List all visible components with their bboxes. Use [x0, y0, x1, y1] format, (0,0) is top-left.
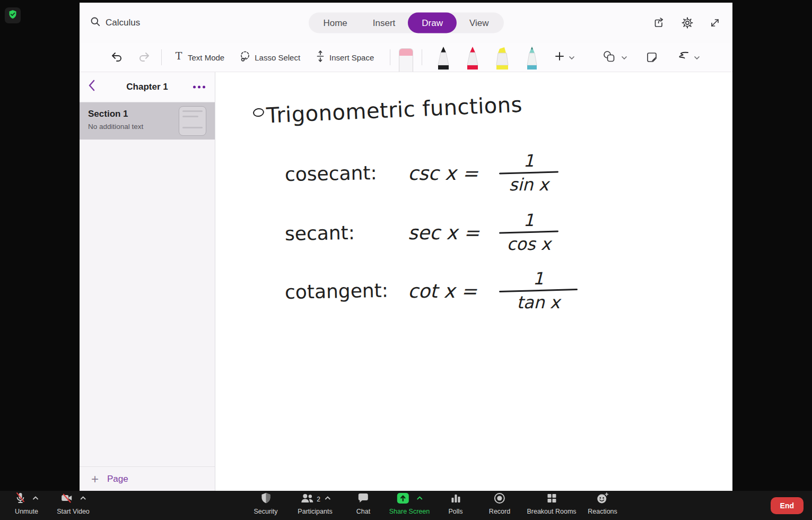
- participants-count-badge: 2: [317, 496, 320, 503]
- chevron-down-icon: [569, 53, 575, 62]
- participants-label: Participants: [298, 508, 332, 515]
- top-actions: [653, 3, 721, 43]
- share-screen-button[interactable]: Share Screen: [389, 493, 430, 515]
- add-page-button[interactable]: + Page: [80, 466, 215, 491]
- record-button[interactable]: Record: [489, 493, 510, 515]
- polls-label: Polls: [448, 508, 462, 515]
- fraction-numerator: 1: [523, 211, 534, 230]
- add-page-label: Page: [107, 474, 128, 484]
- section-list-item[interactable]: Section 1 No additional text: [80, 102, 215, 140]
- record-label: Record: [489, 508, 510, 515]
- polls-bar-chart-icon: [450, 493, 461, 506]
- breakout-rooms-button[interactable]: Breakout Rooms: [527, 493, 576, 515]
- end-meeting-button[interactable]: End: [771, 497, 804, 514]
- unmute-button[interactable]: Unmute: [15, 493, 39, 515]
- camera-off-icon: [60, 492, 74, 506]
- plus-icon: +: [91, 473, 99, 486]
- text-mode-button[interactable]: T Text Mode: [173, 51, 224, 64]
- note-canvas[interactable]: Trigonometric functions cosecant: csc x …: [216, 72, 732, 491]
- fraction-numerator: 1: [523, 152, 534, 170]
- fraction-bar: [499, 171, 558, 175]
- tab-insert[interactable]: Insert: [360, 13, 408, 33]
- tab-draw[interactable]: Draw: [408, 13, 457, 33]
- notebook-search[interactable]: [90, 3, 190, 43]
- audio-options-caret[interactable]: [33, 492, 39, 502]
- mic-muted-icon: [15, 492, 27, 507]
- pages-sidebar: Chapter 1 Section 1 No additional text +…: [80, 72, 215, 491]
- lasso-select-label: Lasso Select: [255, 53, 300, 62]
- formula-label: secant:: [285, 221, 408, 245]
- ribbon-divider: [390, 49, 390, 65]
- more-options-button[interactable]: [193, 86, 205, 89]
- participants-button[interactable]: 2 Participants: [298, 493, 332, 515]
- settings-gear-button[interactable]: [681, 16, 694, 29]
- meeting-security-badge[interactable]: [5, 7, 21, 23]
- black-pen-tool[interactable]: [435, 46, 452, 72]
- breakout-grid-icon: [546, 493, 557, 506]
- formula-fraction: 1 cos x: [499, 211, 558, 254]
- fullscreen-expand-button[interactable]: [709, 17, 721, 29]
- security-label: Security: [254, 508, 277, 515]
- text-mode-label: Text Mode: [188, 53, 224, 62]
- redo-button[interactable]: [137, 51, 151, 64]
- fraction-denominator: tan x: [517, 293, 560, 313]
- eraser-tool[interactable]: [399, 48, 413, 72]
- plus-icon: [554, 51, 565, 64]
- tab-view[interactable]: View: [457, 13, 502, 33]
- breakout-rooms-label: Breakout Rooms: [527, 508, 576, 515]
- search-icon: [90, 16, 101, 29]
- insert-space-button[interactable]: Insert Space: [315, 50, 374, 65]
- start-video-button[interactable]: Start Video: [57, 493, 90, 515]
- chevron-down-icon: [621, 53, 627, 62]
- chapter-title: Chapter 1: [126, 82, 168, 92]
- formula-label: cosecant:: [285, 161, 408, 185]
- participants-icon: [300, 493, 315, 506]
- formula-lhs: csc x =: [408, 162, 499, 184]
- svg-text:T: T: [176, 51, 182, 62]
- chat-button[interactable]: Chat: [356, 493, 370, 515]
- polls-button[interactable]: Polls: [448, 493, 462, 515]
- reactions-button[interactable]: Reactions: [588, 493, 617, 515]
- shapes-button[interactable]: [603, 50, 627, 65]
- text-mode-icon: T: [173, 51, 184, 64]
- fraction-numerator: 1: [533, 270, 544, 288]
- yellow-highlighter-tool[interactable]: [493, 46, 511, 72]
- ribbon-divider: [161, 49, 162, 65]
- unmute-label: Unmute: [15, 508, 38, 515]
- red-pen-tool[interactable]: [464, 46, 481, 72]
- undo-button[interactable]: [110, 51, 124, 64]
- teal-pencil-tool[interactable]: [523, 46, 540, 72]
- ink-formula-secant: secant: sec x = 1 cos x: [285, 211, 558, 254]
- share-notebook-button[interactable]: [653, 16, 666, 29]
- ink-bullet-circle: [252, 107, 265, 117]
- fraction-bar: [499, 289, 578, 292]
- scribble-icon: [676, 50, 690, 64]
- ribbon-tabs: Home Insert Draw View: [308, 13, 503, 33]
- draw-ribbon: T Text Mode Lasso Select: [80, 43, 732, 72]
- green-shield-check-icon: [8, 10, 18, 21]
- lasso-select-button[interactable]: Lasso Select: [239, 50, 300, 64]
- search-input[interactable]: [106, 18, 190, 28]
- app-top-bar: Home Insert Draw View: [80, 3, 732, 43]
- participants-caret[interactable]: [325, 492, 330, 502]
- shared-screen: Home Insert Draw View: [80, 3, 732, 491]
- ink-effects-button[interactable]: [676, 50, 700, 64]
- ink-formula-cosecant: cosecant: csc x = 1 sin x: [285, 152, 558, 195]
- formula-fraction: 1 sin x: [499, 152, 558, 195]
- tab-home[interactable]: Home: [310, 13, 360, 33]
- formula-fraction: 1 tan x: [499, 270, 578, 313]
- formula-lhs: cot x =: [408, 280, 499, 302]
- ink-title: Trigonometric functions: [266, 92, 523, 127]
- formula-label: cotangent:: [285, 279, 408, 303]
- record-circle-icon: [494, 492, 505, 506]
- video-options-caret[interactable]: [81, 492, 86, 502]
- note-page-button[interactable]: [645, 51, 658, 64]
- share-options-caret[interactable]: [417, 492, 423, 502]
- add-pen-button[interactable]: [554, 51, 575, 64]
- security-button[interactable]: Security: [254, 493, 277, 515]
- back-button[interactable]: [88, 80, 95, 93]
- lasso-select-icon: [239, 50, 251, 64]
- security-shield-icon: [260, 492, 271, 506]
- fraction-denominator: sin x: [509, 175, 549, 195]
- shapes-icon: [603, 50, 617, 65]
